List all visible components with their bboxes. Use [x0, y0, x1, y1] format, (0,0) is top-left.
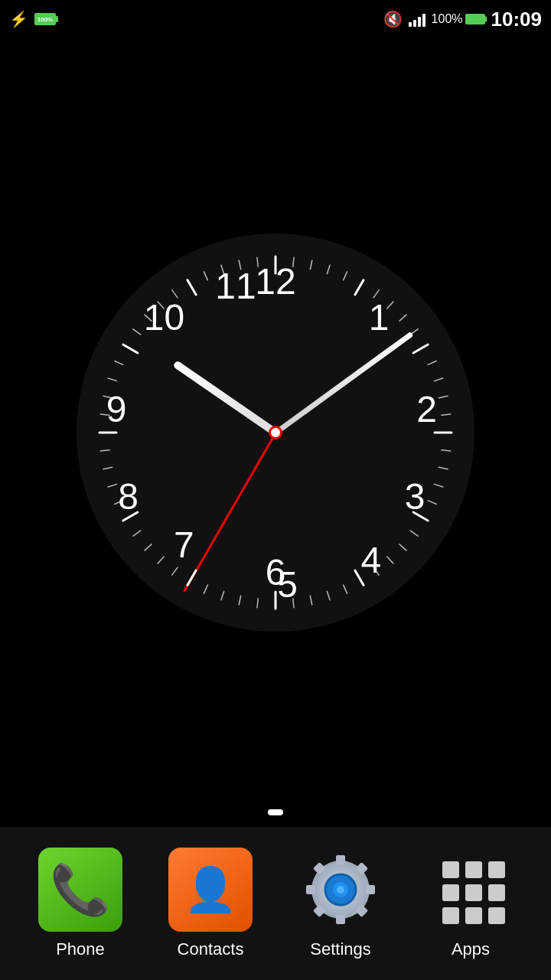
dock-item-apps[interactable]: Apps	[429, 848, 513, 959]
svg-rect-64	[306, 885, 315, 894]
battery-full-percent: 100%	[432, 12, 463, 26]
dock-label-apps: Apps	[452, 939, 490, 959]
status-left: ⚡ 100%	[9, 10, 56, 28]
clock-num-9: 9	[106, 387, 127, 430]
svg-rect-62	[336, 915, 345, 924]
battery-full-icon	[465, 14, 485, 24]
gear-svg	[306, 855, 375, 924]
clock-num-10: 10	[144, 296, 184, 338]
signal-bars	[409, 11, 425, 27]
clock-num-3: 3	[405, 475, 425, 518]
contacts-icon: 👤	[168, 848, 253, 932]
analog-clock: 12 1 2 3 4 5 6 7 8 9 10 11	[77, 234, 474, 632]
battery-icon: 100%	[34, 13, 56, 25]
dock: 📞 Phone 👤 Contacts	[0, 827, 551, 980]
dock-item-phone[interactable]: 📞 Phone	[38, 848, 122, 959]
clock-num-8: 8	[118, 475, 139, 518]
settings-icon	[298, 848, 383, 932]
mute-icon: 🔇	[383, 10, 403, 28]
signal-bar-3	[418, 17, 421, 27]
svg-rect-63	[366, 885, 375, 894]
dock-item-contacts[interactable]: 👤 Contacts	[168, 848, 253, 959]
apps-grid	[436, 855, 505, 924]
svg-rect-61	[336, 855, 345, 864]
status-time: 10:09	[491, 8, 543, 31]
svg-point-71	[337, 886, 344, 893]
clock-center-dot	[269, 426, 282, 439]
battery-percent-label: 100%	[37, 16, 53, 23]
signal-bar-4	[422, 14, 425, 27]
status-right: 🔇 100% 10:09	[383, 8, 542, 31]
dock-label-phone: Phone	[56, 939, 105, 959]
clock-num-12: 12	[255, 260, 295, 302]
clock-num-6: 6	[266, 551, 286, 593]
signal-bar-2	[413, 20, 416, 27]
clock-area: 12 1 2 3 4 5 6 7 8 9 10 11	[0, 38, 551, 827]
dock-item-settings[interactable]: Settings	[298, 848, 383, 959]
clock-num-1: 1	[369, 296, 390, 338]
status-bar: ⚡ 100% 🔇 100% 10:09	[0, 0, 551, 38]
clock-num-2: 2	[416, 387, 437, 430]
clock-num-11: 11	[215, 264, 256, 306]
usb-icon: ⚡	[9, 10, 28, 28]
battery-status: 100%	[432, 12, 485, 26]
phone-icon: 📞	[38, 848, 122, 932]
clock-num-7: 7	[174, 523, 194, 565]
signal-bar-1	[409, 22, 412, 27]
clock-num-4: 4	[360, 539, 381, 581]
dock-label-contacts: Contacts	[178, 939, 244, 959]
page-indicator	[268, 809, 283, 815]
page-dot-active	[268, 809, 283, 815]
apps-icon	[429, 848, 513, 932]
dock-label-settings: Settings	[310, 939, 371, 959]
